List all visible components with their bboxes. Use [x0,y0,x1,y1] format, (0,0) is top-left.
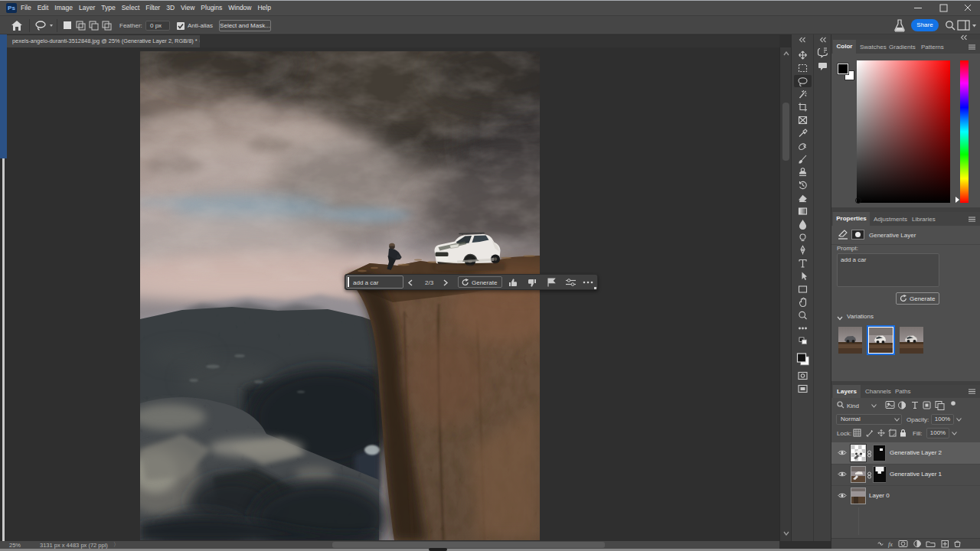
svg-text:fx: fx [888,541,893,548]
